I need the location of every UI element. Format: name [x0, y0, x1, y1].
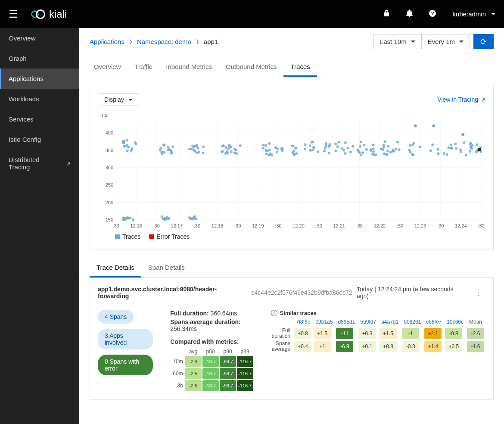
svg-point-232 — [357, 148, 359, 151]
svg-point-119 — [195, 218, 198, 220]
svg-text::30: :30 — [478, 223, 484, 228]
refresh-interval-select[interactable]: Every 1m — [422, 34, 470, 49]
user-dropdown[interactable]: kube:admin — [452, 10, 495, 18]
refresh-button[interactable]: ⟳ — [473, 34, 494, 49]
svg-text:250: 250 — [106, 182, 113, 187]
bell-icon[interactable] — [406, 9, 413, 19]
svg-point-167 — [372, 143, 375, 146]
badge-spans[interactable]: 4 Spans — [98, 310, 134, 324]
svg-point-174 — [336, 145, 339, 148]
tab-outbound-metrics[interactable]: Outbound Metrics — [219, 58, 283, 77]
display-label: Display — [104, 96, 124, 103]
svg-point-261 — [342, 149, 345, 152]
hamburger-icon[interactable]: ☰ — [9, 8, 18, 20]
lock-icon[interactable] — [383, 9, 390, 19]
chart-y-label: ms — [100, 112, 485, 118]
display-dropdown[interactable]: Display — [98, 93, 139, 106]
tab-inbound-metrics[interactable]: Inbound Metrics — [159, 58, 219, 77]
svg-point-215 — [471, 144, 474, 147]
sidebar-item-graph[interactable]: Graph — [0, 48, 79, 69]
similar-cell: -2.6 — [467, 328, 484, 339]
refresh-interval-value: Every 1m — [428, 38, 455, 45]
caret-down-icon — [128, 99, 133, 101]
time-range-select[interactable]: Last 10m — [373, 34, 422, 49]
svg-point-55 — [126, 150, 128, 152]
similar-title-label: Similar traces — [280, 310, 317, 316]
similar-traces-table: 7f8f6e09b1a5d895d15b9fd7a4a7d1006261c68f… — [271, 316, 485, 353]
svg-point-263 — [361, 151, 364, 154]
svg-point-214 — [443, 152, 445, 155]
svg-point-131 — [222, 144, 225, 147]
badge-errors[interactable]: 0 Spans with error — [98, 355, 153, 375]
svg-point-243 — [413, 142, 415, 144]
legend-error-traces[interactable]: Error Traces — [149, 233, 190, 240]
svg-point-254 — [455, 147, 457, 150]
tab-traces[interactable]: Traces — [283, 58, 317, 77]
similar-trace-link[interactable]: a4a7d1 — [379, 317, 401, 327]
svg-point-258 — [352, 145, 354, 148]
sidebar-item-label: Applications — [9, 75, 44, 82]
sidebar-item-istio-config[interactable]: Istio Config — [0, 129, 79, 150]
sidebar-item-workloads[interactable]: Workloads — [0, 89, 79, 109]
similar-trace-link[interactable]: 5b9fd7 — [358, 317, 378, 327]
similar-trace-link[interactable]: 7f8f6e — [294, 317, 312, 327]
similar-cell: +0.1 — [358, 341, 376, 352]
svg-point-191 — [476, 143, 478, 146]
svg-point-63 — [130, 149, 133, 152]
tab-trace-details[interactable]: Trace Details — [90, 259, 141, 277]
scatter-chart[interactable]: 150200250300350400:3012:16:3012:17:3012:… — [98, 118, 485, 230]
similar-trace-link[interactable]: 09b1a5 — [313, 317, 335, 327]
svg-point-117 — [202, 152, 205, 154]
svg-point-90 — [162, 143, 165, 146]
similar-trace-link[interactable]: c68fe7 — [424, 317, 444, 327]
svg-point-83 — [171, 145, 174, 148]
sidebar-item-applications[interactable]: Applications — [0, 69, 79, 89]
sidebar-item-services[interactable]: Services — [0, 109, 79, 129]
svg-point-209 — [325, 144, 327, 147]
svg-point-199 — [383, 140, 386, 143]
svg-point-268 — [418, 146, 421, 148]
similar-trace-link[interactable]: d895d1 — [336, 317, 357, 327]
similar-trace-link[interactable]: 006261 — [401, 317, 423, 327]
kebab-menu-icon[interactable]: ⋮ — [471, 288, 485, 297]
legend-traces[interactable]: Traces — [115, 233, 140, 240]
svg-point-266 — [304, 148, 306, 150]
breadcrumb-namespace[interactable]: Namespace: demo — [137, 38, 191, 45]
external-link-icon — [66, 160, 71, 167]
tab-span-details[interactable]: Span Details — [141, 259, 192, 277]
similar-cell: +1.4 — [424, 341, 442, 352]
svg-point-64 — [123, 145, 125, 148]
svg-point-197 — [398, 148, 401, 151]
similar-cell: +0.8 — [294, 328, 311, 339]
svg-point-58 — [125, 139, 128, 141]
similar-traces: iSimilar traces 7f8f6e09b1a5d895d15b9fd7… — [271, 310, 485, 353]
svg-point-265 — [396, 141, 399, 143]
similar-cell: -1.6 — [467, 341, 484, 352]
user-label: kube:admin — [452, 10, 486, 18]
svg-text:150: 150 — [106, 217, 113, 222]
help-icon[interactable]: ? — [429, 10, 436, 19]
svg-point-142 — [235, 152, 238, 155]
similar-trace-link[interactable]: 10c66c — [445, 317, 466, 327]
breadcrumb-applications[interactable]: Applications — [90, 38, 124, 45]
sidebar-item-overview[interactable]: Overview — [0, 28, 79, 48]
breadcrumb: Applications ❯ Namespace: demo ❯ app1 — [90, 38, 218, 45]
tab-traffic[interactable]: Traffic — [128, 58, 159, 77]
similar-cell: +1 — [314, 341, 331, 352]
tab-overview[interactable]: Overview — [87, 58, 128, 77]
svg-point-247 — [309, 149, 312, 152]
metric-cell: -116.7 — [237, 380, 253, 391]
sidebar-item-distributed-tracing[interactable]: Distributed Tracing — [0, 150, 79, 177]
info-icon: i — [271, 310, 277, 316]
svg-point-251 — [325, 142, 327, 145]
view-in-tracing-link[interactable]: View in Tracing — [437, 96, 485, 103]
svg-text::30: :30 — [153, 223, 160, 228]
svg-point-89 — [170, 152, 173, 155]
trace-details-panel: app1.demo.svc.cluster.local:9080/header-… — [90, 278, 494, 400]
svg-point-54 — [135, 143, 137, 146]
logo[interactable]: kiali — [31, 8, 67, 20]
badge-apps[interactable]: 3 Apps involved — [98, 329, 153, 349]
svg-point-233 — [358, 151, 361, 154]
svg-point-158 — [264, 144, 267, 147]
svg-point-141 — [239, 144, 242, 147]
